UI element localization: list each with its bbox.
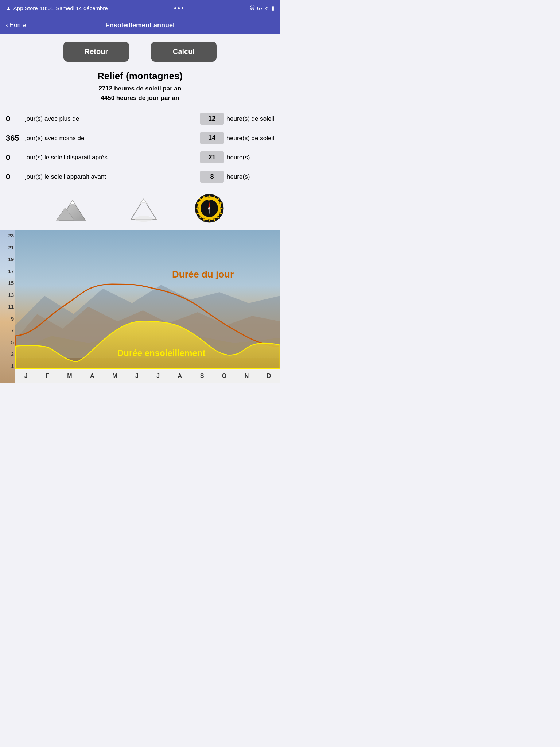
stat-input-1[interactable] <box>200 132 224 144</box>
x-label-s: S <box>200 373 204 379</box>
nav-bar: ‹ Home Ensoleillement annuel <box>0 16 280 34</box>
x-label-j2: J <box>135 373 139 379</box>
title-section: Relief (montagnes) 2712 heures de soleil… <box>6 70 274 102</box>
wifi-icon: ⌘ <box>250 5 255 11</box>
compass-icon[interactable]: N <box>195 194 224 223</box>
y-label-3: 3 <box>1 352 14 357</box>
stat-value-2: 0 <box>6 153 22 162</box>
chart-label-jour: Durée du jour <box>172 269 234 280</box>
x-label-f: F <box>46 373 49 379</box>
stat-row-2: 0 jour(s) le soleil disparait après heur… <box>6 151 274 163</box>
button-row: Retour Calcul <box>6 42 274 62</box>
main-content: Retour Calcul Relief (montagnes) 2712 he… <box>0 34 280 230</box>
stat-label-0: jour(s) avec plus de <box>25 115 197 123</box>
calcul-button[interactable]: Calcul <box>151 42 217 62</box>
status-right: ⌘ 67 % ▮ <box>250 5 274 11</box>
dot1 <box>174 7 176 9</box>
y-label-17: 17 <box>1 269 14 274</box>
y-label-1: 1 <box>1 364 14 369</box>
y-label-19: 19 <box>1 257 14 262</box>
status-date: Samedi 14 décembre <box>56 5 108 11</box>
subtitle-line2: 4450 heures de jour par an <box>6 93 274 103</box>
y-label-5: 5 <box>1 340 14 345</box>
chart-label-ensoleillement: Durée ensoleillement <box>117 348 205 358</box>
x-label-j3: J <box>156 373 160 379</box>
stat-value-1: 365 <box>6 133 22 143</box>
battery-label: 67 % <box>257 5 269 11</box>
svg-point-27 <box>208 207 210 209</box>
dot3 <box>182 7 183 9</box>
status-time: 18:01 <box>40 5 54 11</box>
x-label-o: O <box>222 373 226 379</box>
stat-unit-3: heure(s) <box>227 173 274 181</box>
stat-label-3: jour(s) le soleil apparait avant <box>25 173 197 181</box>
x-label-m1: M <box>67 373 72 379</box>
chart-y-axis: 23 21 19 17 15 13 11 9 7 5 3 1 <box>0 230 15 369</box>
stat-unit-1: heure(s) de soleil <box>227 135 274 142</box>
nav-title: Ensoleillement annuel <box>105 22 175 29</box>
x-label-j1: J <box>24 373 28 379</box>
y-label-15: 15 <box>1 280 14 286</box>
x-label-n: N <box>245 373 249 379</box>
dot2 <box>178 7 180 9</box>
svg-marker-4 <box>139 199 148 204</box>
y-label-7: 7 <box>1 328 14 333</box>
stat-label-1: jour(s) avec moins de <box>25 135 197 142</box>
status-center <box>174 7 183 9</box>
back-chevron-icon: ‹ <box>6 22 8 29</box>
stat-value-0: 0 <box>6 114 22 124</box>
stat-input-3[interactable] <box>200 171 224 183</box>
back-label: Home <box>9 22 26 29</box>
stat-row-0: 0 jour(s) avec plus de heure(s) de solei… <box>6 113 274 125</box>
location-icon: ▲ <box>6 5 11 11</box>
y-label-21: 21 <box>1 245 14 250</box>
stats-section: 0 jour(s) avec plus de heure(s) de solei… <box>6 113 274 183</box>
x-label-a1: A <box>90 373 94 379</box>
x-label-d: D <box>267 373 271 379</box>
mountain-outline-icon[interactable] <box>125 195 158 222</box>
stat-row-3: 0 jour(s) le soleil apparait avant heure… <box>6 171 274 183</box>
stat-input-0[interactable] <box>200 113 224 125</box>
stat-input-2[interactable] <box>200 151 224 163</box>
status-left: ▲ App Store 18:01 Samedi 14 décembre <box>6 5 108 11</box>
chart-svg: Durée du jour Durée ensoleillement <box>15 230 280 369</box>
y-label-23: 23 <box>1 233 14 238</box>
x-label-a2: A <box>178 373 182 379</box>
back-button[interactable]: ‹ Home <box>6 22 26 29</box>
y-label-11: 11 <box>1 304 14 309</box>
page-title: Relief (montagnes) <box>6 70 274 82</box>
app-store-label: App Store <box>13 5 38 11</box>
status-bar: ▲ App Store 18:01 Samedi 14 décembre ⌘ 6… <box>0 0 280 16</box>
y-label-13: 13 <box>1 293 14 298</box>
svg-point-5 <box>135 216 153 222</box>
subtitle-line1: 2712 heures de soleil par an <box>6 84 274 93</box>
chart-x-axis: J F M A M J J A S O N D <box>15 369 280 383</box>
y-label-9: 9 <box>1 316 14 321</box>
stat-value-3: 0 <box>6 172 22 182</box>
icons-row: N <box>6 190 274 223</box>
stat-unit-2: heure(s) <box>227 154 274 161</box>
retour-button[interactable]: Retour <box>63 42 129 62</box>
mountain-filled-icon[interactable] <box>56 195 89 222</box>
stat-label-2: jour(s) le soleil disparait après <box>25 154 197 161</box>
svg-text:N: N <box>208 198 210 201</box>
stat-unit-0: heure(s) de soleil <box>227 115 274 123</box>
stat-row-1: 365 jour(s) avec moins de heure(s) de so… <box>6 132 274 144</box>
chart-container: 23 21 19 17 15 13 11 9 7 5 3 1 <box>0 230 280 383</box>
x-label-m2: M <box>112 373 117 379</box>
battery-icon: ▮ <box>271 5 274 11</box>
